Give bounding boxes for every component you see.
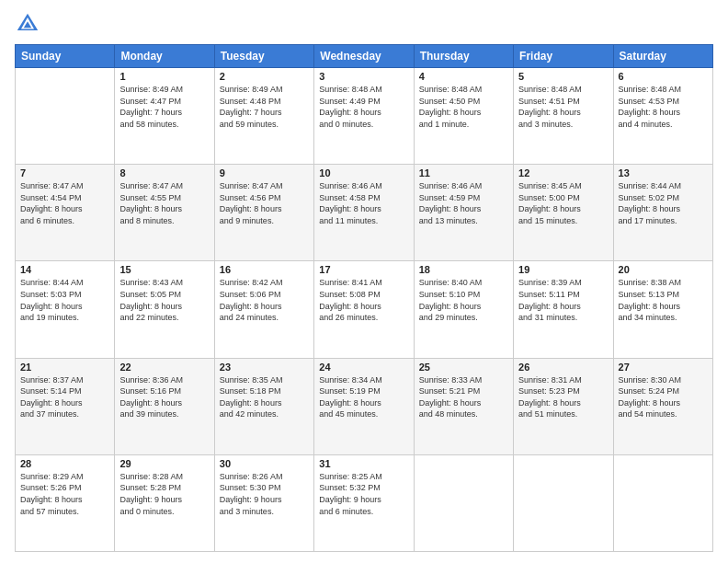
calendar-cell — [16, 68, 115, 165]
weekday-header-tuesday: Tuesday — [214, 45, 313, 68]
calendar-cell: 22Sunrise: 8:36 AM Sunset: 5:16 PM Dayli… — [115, 358, 214, 454]
logo-icon — [15, 11, 40, 37]
day-number: 19 — [518, 264, 608, 275]
day-info: Sunrise: 8:30 AM Sunset: 5:24 PM Dayligh… — [619, 374, 708, 420]
day-info: Sunrise: 8:41 AM Sunset: 5:08 PM Dayligh… — [319, 277, 408, 323]
day-info: Sunrise: 8:28 AM Sunset: 5:28 PM Dayligh… — [119, 471, 209, 517]
calendar-cell: 24Sunrise: 8:34 AM Sunset: 5:19 PM Dayli… — [314, 358, 414, 454]
day-number: 16 — [220, 264, 309, 275]
calendar-cell: 28Sunrise: 8:29 AM Sunset: 5:26 PM Dayli… — [16, 454, 115, 551]
page: SundayMondayTuesdayWednesdayThursdayFrid… — [0, 0, 728, 563]
weekday-header-friday: Friday — [514, 45, 613, 68]
calendar-cell: 20Sunrise: 8:38 AM Sunset: 5:13 PM Dayli… — [613, 261, 712, 358]
calendar-cell: 27Sunrise: 8:30 AM Sunset: 5:24 PM Dayli… — [613, 358, 712, 454]
day-number: 9 — [220, 167, 309, 178]
day-number: 8 — [119, 167, 209, 178]
day-info: Sunrise: 8:43 AM Sunset: 5:05 PM Dayligh… — [119, 277, 209, 323]
day-info: Sunrise: 8:26 AM Sunset: 5:30 PM Dayligh… — [220, 471, 309, 517]
calendar-cell — [514, 454, 613, 551]
week-row-5: 28Sunrise: 8:29 AM Sunset: 5:26 PM Dayli… — [16, 454, 713, 551]
calendar-cell: 1Sunrise: 8:49 AM Sunset: 4:47 PM Daylig… — [115, 68, 214, 165]
calendar-cell: 10Sunrise: 8:46 AM Sunset: 4:58 PM Dayli… — [314, 165, 414, 261]
week-row-1: 1Sunrise: 8:49 AM Sunset: 4:47 PM Daylig… — [16, 68, 713, 165]
day-info: Sunrise: 8:33 AM Sunset: 5:21 PM Dayligh… — [419, 374, 508, 420]
day-number: 25 — [419, 362, 508, 373]
day-number: 4 — [419, 71, 508, 82]
calendar-cell: 11Sunrise: 8:46 AM Sunset: 4:59 PM Dayli… — [414, 165, 513, 261]
day-info: Sunrise: 8:39 AM Sunset: 5:11 PM Dayligh… — [518, 277, 608, 323]
day-info: Sunrise: 8:47 AM Sunset: 4:54 PM Dayligh… — [20, 180, 109, 226]
weekday-header-sunday: Sunday — [16, 45, 115, 68]
day-number: 23 — [220, 362, 309, 373]
day-number: 17 — [319, 264, 408, 275]
day-number: 29 — [119, 458, 209, 469]
day-number: 2 — [220, 71, 309, 82]
day-number: 18 — [419, 264, 508, 275]
calendar-cell: 16Sunrise: 8:42 AM Sunset: 5:06 PM Dayli… — [214, 261, 313, 358]
day-info: Sunrise: 8:44 AM Sunset: 5:02 PM Dayligh… — [619, 180, 708, 226]
day-number: 21 — [20, 362, 109, 373]
weekday-header-thursday: Thursday — [414, 45, 513, 68]
day-number: 6 — [619, 71, 708, 82]
week-row-3: 14Sunrise: 8:44 AM Sunset: 5:03 PM Dayli… — [16, 261, 713, 358]
day-info: Sunrise: 8:48 AM Sunset: 4:51 PM Dayligh… — [518, 84, 608, 130]
day-number: 20 — [619, 264, 708, 275]
calendar-cell: 18Sunrise: 8:40 AM Sunset: 5:10 PM Dayli… — [414, 261, 513, 358]
calendar-cell — [414, 454, 513, 551]
day-info: Sunrise: 8:37 AM Sunset: 5:14 PM Dayligh… — [20, 374, 109, 420]
day-number: 10 — [319, 167, 408, 178]
calendar-cell: 29Sunrise: 8:28 AM Sunset: 5:28 PM Dayli… — [115, 454, 214, 551]
day-info: Sunrise: 8:38 AM Sunset: 5:13 PM Dayligh… — [619, 277, 708, 323]
day-number: 5 — [518, 71, 608, 82]
day-info: Sunrise: 8:48 AM Sunset: 4:50 PM Dayligh… — [419, 84, 508, 130]
weekday-header-wednesday: Wednesday — [314, 45, 414, 68]
day-number: 15 — [119, 264, 209, 275]
calendar-cell: 15Sunrise: 8:43 AM Sunset: 5:05 PM Dayli… — [115, 261, 214, 358]
calendar-cell: 12Sunrise: 8:45 AM Sunset: 5:00 PM Dayli… — [514, 165, 613, 261]
calendar-cell: 13Sunrise: 8:44 AM Sunset: 5:02 PM Dayli… — [613, 165, 712, 261]
day-number: 27 — [619, 362, 708, 373]
weekday-header-monday: Monday — [115, 45, 214, 68]
week-row-4: 21Sunrise: 8:37 AM Sunset: 5:14 PM Dayli… — [16, 358, 713, 454]
weekday-header-row: SundayMondayTuesdayWednesdayThursdayFrid… — [16, 45, 713, 68]
calendar-cell: 23Sunrise: 8:35 AM Sunset: 5:18 PM Dayli… — [214, 358, 313, 454]
calendar-cell: 9Sunrise: 8:47 AM Sunset: 4:56 PM Daylig… — [214, 165, 313, 261]
day-info: Sunrise: 8:36 AM Sunset: 5:16 PM Dayligh… — [119, 374, 209, 420]
day-info: Sunrise: 8:48 AM Sunset: 4:53 PM Dayligh… — [619, 84, 708, 130]
day-number: 14 — [20, 264, 109, 275]
calendar-cell: 26Sunrise: 8:31 AM Sunset: 5:23 PM Dayli… — [514, 358, 613, 454]
week-row-2: 7Sunrise: 8:47 AM Sunset: 4:54 PM Daylig… — [16, 165, 713, 261]
weekday-header-saturday: Saturday — [613, 45, 712, 68]
day-info: Sunrise: 8:47 AM Sunset: 4:55 PM Dayligh… — [119, 180, 209, 226]
day-number: 30 — [220, 458, 309, 469]
day-info: Sunrise: 8:31 AM Sunset: 5:23 PM Dayligh… — [518, 374, 608, 420]
day-info: Sunrise: 8:29 AM Sunset: 5:26 PM Dayligh… — [20, 471, 109, 517]
logo — [15, 11, 44, 37]
day-number: 13 — [619, 167, 708, 178]
day-number: 1 — [119, 71, 209, 82]
calendar-cell: 8Sunrise: 8:47 AM Sunset: 4:55 PM Daylig… — [115, 165, 214, 261]
day-info: Sunrise: 8:45 AM Sunset: 5:00 PM Dayligh… — [518, 180, 608, 226]
calendar-cell: 4Sunrise: 8:48 AM Sunset: 4:50 PM Daylig… — [414, 68, 513, 165]
day-info: Sunrise: 8:25 AM Sunset: 5:32 PM Dayligh… — [319, 471, 408, 517]
calendar-cell: 2Sunrise: 8:49 AM Sunset: 4:48 PM Daylig… — [214, 68, 313, 165]
day-number: 28 — [20, 458, 109, 469]
header — [15, 11, 713, 37]
calendar-cell: 14Sunrise: 8:44 AM Sunset: 5:03 PM Dayli… — [16, 261, 115, 358]
day-info: Sunrise: 8:35 AM Sunset: 5:18 PM Dayligh… — [220, 374, 309, 420]
calendar-cell: 30Sunrise: 8:26 AM Sunset: 5:30 PM Dayli… — [214, 454, 313, 551]
day-number: 3 — [319, 71, 408, 82]
day-number: 31 — [319, 458, 408, 469]
day-number: 24 — [319, 362, 408, 373]
day-number: 7 — [20, 167, 109, 178]
day-info: Sunrise: 8:47 AM Sunset: 4:56 PM Dayligh… — [220, 180, 309, 226]
day-info: Sunrise: 8:46 AM Sunset: 4:58 PM Dayligh… — [319, 180, 408, 226]
day-number: 12 — [518, 167, 608, 178]
calendar-cell: 21Sunrise: 8:37 AM Sunset: 5:14 PM Dayli… — [16, 358, 115, 454]
calendar-cell: 7Sunrise: 8:47 AM Sunset: 4:54 PM Daylig… — [16, 165, 115, 261]
day-number: 22 — [119, 362, 209, 373]
day-info: Sunrise: 8:44 AM Sunset: 5:03 PM Dayligh… — [20, 277, 109, 323]
day-number: 26 — [518, 362, 608, 373]
day-number: 11 — [419, 167, 508, 178]
day-info: Sunrise: 8:34 AM Sunset: 5:19 PM Dayligh… — [319, 374, 408, 420]
